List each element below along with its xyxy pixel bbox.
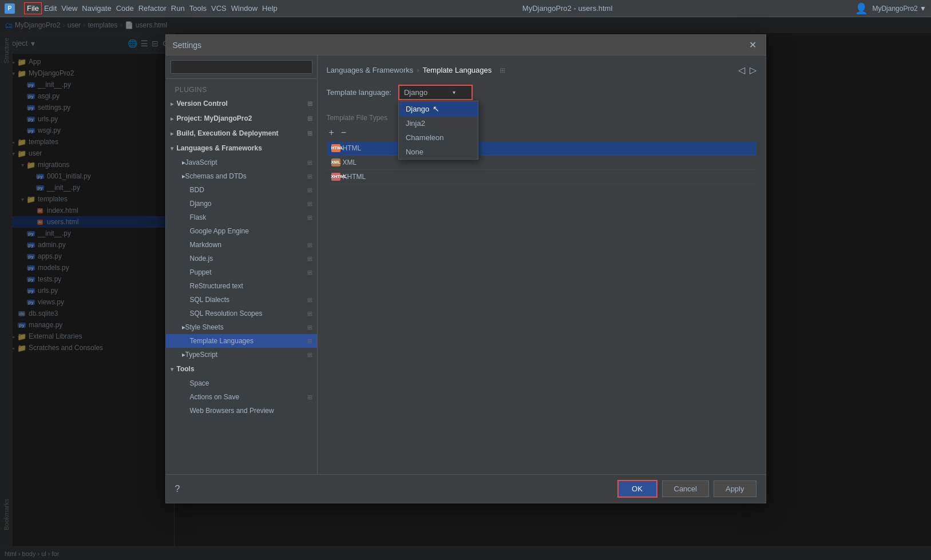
settings-item-0: Plugins: [166, 81, 317, 96]
settings-content: Languages & Frameworks › Template Langua…: [318, 55, 766, 474]
content-nav: ◁ ▷: [738, 65, 756, 76]
template-file-types-section: Template File Types + − HTMLHTMLXMLXMLXH…: [327, 114, 756, 184]
settings-item-5[interactable]: ▸JavaScript⊞: [166, 156, 317, 169]
xml-file-icon: XML: [331, 158, 340, 166]
settings-item-22[interactable]: Actions on Save⊞: [166, 390, 317, 404]
settings-tree: Plugins▸Version Control⊞▸Project: MyDjan…: [166, 79, 317, 474]
settings-item-14[interactable]: ReStructured text: [166, 279, 317, 293]
title-bar: P FileEditViewNavigateCodeRefactorRunToo…: [0, 0, 931, 17]
settings-item-7[interactable]: BDD⊞: [166, 183, 317, 197]
xhtml-file-name: XHTML: [343, 173, 366, 181]
menu-item-code[interactable]: Code: [114, 3, 136, 14]
menu-item-edit[interactable]: Edit: [42, 3, 59, 14]
settings-item-2[interactable]: ▸Project: MyDjangoPro2⊞: [166, 111, 317, 126]
settings-item-4[interactable]: ▾Languages & Frameworks: [166, 141, 317, 156]
bookmark-icon[interactable]: ⊞: [500, 66, 505, 74]
template-language-row: Template language: Django ▾ Django ↖: [327, 85, 756, 100]
html-file-icon: HTML: [331, 144, 340, 152]
content-breadcrumb-parent: Languages & Frameworks: [327, 66, 414, 74]
settings-item-20[interactable]: ▾Tools: [166, 362, 317, 376]
settings-item-15[interactable]: SQL Dialects⊞: [166, 293, 317, 307]
settings-dialog: Settings ✕ Plugins▸Version Control⊞▸Proj…: [165, 34, 766, 503]
account-name: MyDjangoPro2 ▼: [872, 5, 926, 13]
file-type-row-xml[interactable]: XMLXML: [327, 156, 756, 170]
help-button[interactable]: ?: [175, 484, 180, 494]
dropdown-selected-value: Django: [404, 88, 427, 97]
template-dropdown-wrapper: Django ▾ Django ↖ Jinja2: [398, 85, 473, 100]
account-icon[interactable]: 👤: [855, 2, 867, 15]
option-chameleon-label: Chameleon: [406, 133, 444, 142]
settings-item-18[interactable]: Template Languages⊞: [166, 334, 317, 348]
settings-sidebar: Plugins▸Version Control⊞▸Project: MyDjan…: [166, 55, 318, 474]
menu-bar: FileEditViewNavigateCodeRefactorRunTools…: [24, 4, 280, 13]
settings-search-input[interactable]: [171, 60, 312, 74]
cursor-pointer-icon: ↖: [433, 104, 439, 113]
file-types-table: HTMLHTMLXMLXMLXHTMLXHTML: [327, 141, 756, 184]
remove-file-type-button[interactable]: −: [339, 126, 348, 139]
xml-file-name: XML: [343, 158, 357, 166]
dropdown-option-none[interactable]: None: [399, 145, 478, 159]
dialog-overlay: Settings ✕ Plugins▸Version Control⊞▸Proj…: [0, 17, 931, 560]
dialog-body: Plugins▸Version Control⊞▸Project: MyDjan…: [166, 55, 766, 474]
content-breadcrumb-sep: ›: [417, 66, 419, 74]
menu-item-file[interactable]: File: [24, 2, 42, 14]
settings-search-container: [166, 55, 317, 79]
settings-item-19[interactable]: ▸TypeScript⊞: [166, 348, 317, 362]
settings-item-10[interactable]: Google App Engine: [166, 224, 317, 238]
template-language-label: Template language:: [327, 88, 391, 97]
menu-item-navigate[interactable]: Navigate: [80, 3, 113, 14]
settings-item-13[interactable]: Puppet⊞: [166, 265, 317, 279]
settings-item-11[interactable]: Markdown⊞: [166, 238, 317, 252]
dropdown-option-chameleon[interactable]: Chameleon: [399, 130, 478, 145]
content-breadcrumb: Languages & Frameworks › Template Langua…: [327, 65, 756, 76]
apply-button[interactable]: Apply: [714, 480, 756, 497]
title-bar-right: 👤 MyDjangoPro2 ▼: [855, 2, 926, 15]
settings-item-9[interactable]: Flask⊞: [166, 211, 317, 224]
nav-forward-button[interactable]: ▷: [750, 65, 756, 76]
dropdown-option-jinja2[interactable]: Jinja2: [399, 116, 478, 130]
dialog-footer: ? OK Cancel Apply: [166, 474, 766, 503]
menu-item-tools[interactable]: Tools: [187, 3, 209, 14]
option-none-label: None: [406, 148, 423, 156]
file-type-row-html[interactable]: HTMLHTML: [327, 141, 756, 156]
xhtml-file-icon: XHTML: [331, 173, 340, 181]
menu-item-window[interactable]: Window: [229, 3, 260, 14]
menu-item-refactor[interactable]: Refactor: [136, 3, 169, 14]
add-file-type-button[interactable]: +: [327, 126, 336, 139]
template-language-dropdown[interactable]: Django ▾: [398, 85, 473, 100]
option-jinja2-label: Jinja2: [406, 119, 425, 128]
window-title: MyDjangoPro2 - users.html: [289, 4, 846, 13]
settings-item-3[interactable]: ▸Build, Execution & Deployment⊞: [166, 126, 317, 141]
nav-back-button[interactable]: ◁: [738, 65, 745, 76]
dropdown-chevron-icon: ▾: [453, 89, 455, 96]
settings-item-21[interactable]: Space: [166, 376, 317, 390]
menu-item-vcs[interactable]: VCS: [209, 3, 229, 14]
dropdown-option-django[interactable]: Django ↖: [399, 101, 478, 116]
menu-item-view[interactable]: View: [59, 3, 80, 14]
html-file-name: HTML: [343, 144, 362, 152]
menu-item-help[interactable]: Help: [260, 3, 280, 14]
template-language-dropdown-popup: Django ↖ Jinja2 Chameleon None: [398, 101, 478, 160]
content-breadcrumb-current: Template Languages: [423, 66, 492, 74]
dialog-close-button[interactable]: ✕: [747, 39, 759, 50]
settings-item-12[interactable]: Node.js⊞: [166, 252, 317, 265]
settings-item-17[interactable]: ▸Style Sheets⊞: [166, 320, 317, 334]
settings-item-8[interactable]: Django⊞: [166, 197, 317, 211]
menu-item-run[interactable]: Run: [169, 3, 187, 14]
settings-item-1[interactable]: ▸Version Control⊞: [166, 96, 317, 111]
file-types-toolbar: + −: [327, 126, 756, 139]
file-type-row-xhtml[interactable]: XHTMLXHTML: [327, 170, 756, 184]
settings-item-23[interactable]: Web Browsers and Preview: [166, 404, 317, 418]
dialog-titlebar: Settings ✕: [166, 35, 766, 55]
ok-button[interactable]: OK: [617, 480, 657, 498]
cancel-button[interactable]: Cancel: [662, 480, 709, 497]
option-django-label: Django: [406, 105, 429, 113]
app-logo: P: [5, 3, 15, 14]
dialog-title: Settings: [173, 41, 747, 50]
settings-item-6[interactable]: ▸Schemas and DTDs⊞: [166, 169, 317, 183]
settings-item-16[interactable]: SQL Resolution Scopes⊞: [166, 307, 317, 320]
template-file-types-label: Template File Types: [327, 114, 756, 122]
